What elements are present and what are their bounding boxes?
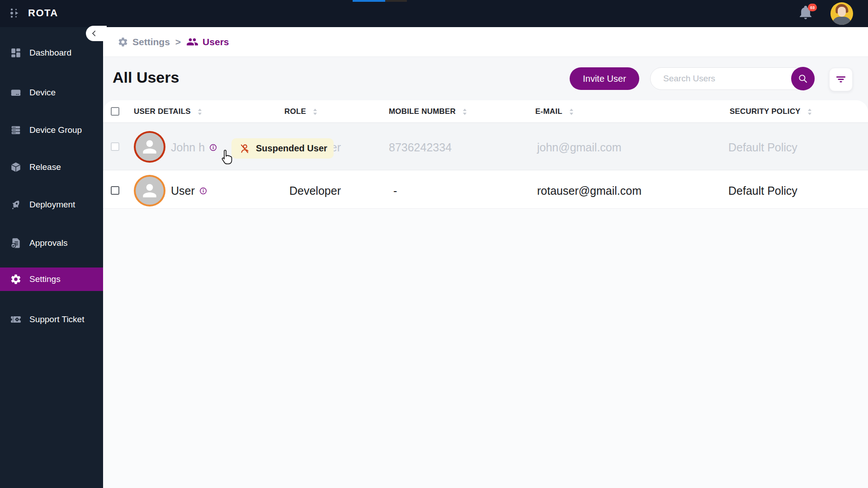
row-checkbox[interactable] [111,186,119,195]
top-accent-bar-dark [385,0,407,2]
sidebar-item-settings[interactable]: Settings [0,267,103,291]
users-icon [186,36,198,48]
sidebar-item-label: Release [29,162,61,172]
user-avatar[interactable] [830,2,853,25]
row-avatar-suspended [136,133,164,161]
device-group-icon [10,124,22,136]
filter-button[interactable] [829,68,853,91]
sidebar-item-support-ticket[interactable]: Support Ticket [0,308,103,331]
user-mobile: - [393,184,397,197]
user-email: john@gmail.com [537,141,622,154]
info-icon[interactable] [209,144,217,151]
sort-icon [569,108,574,115]
users-table: USER DETAILS ROLE MOBILE NUMBER E-MAIL [103,100,868,488]
sort-icon [312,108,318,115]
sidebar-item-label: Approvals [29,238,68,248]
page-title: All Users [113,69,179,86]
sidebar-item-device-group[interactable]: Device Group [0,118,103,142]
row-checkbox[interactable] [111,142,119,151]
person-icon [140,137,160,157]
notification-badge: 03 [808,4,817,11]
chevron-left-icon [90,29,98,38]
sort-icon [807,108,812,115]
avatar-face [838,7,846,17]
rocket-icon [8,197,24,213]
select-all-checkbox[interactable] [111,107,119,116]
sidebar-item-label: Settings [29,274,61,284]
sort-email[interactable] [569,108,574,115]
col-header-mobile: MOBILE NUMBER [389,107,456,116]
user-name: John h [171,141,205,154]
breadcrumb: Settings > Users [103,27,868,57]
approvals-icon [10,237,22,249]
breadcrumb-users-link[interactable]: Users [186,36,229,48]
sidebar-item-label: Device [29,88,56,98]
info-icon [199,187,207,195]
rota-logo-icon [8,6,22,20]
breadcrumb-settings-label: Settings [132,37,170,47]
sidebar-item-label: Deployment [29,200,75,210]
search-users [650,67,815,90]
user-name: User [171,184,195,197]
sidebar-item-label: Dashboard [29,48,71,58]
notifications-button[interactable]: 03 [798,4,819,24]
sidebar-item-deployment[interactable]: Deployment [0,193,103,216]
user-slash-icon [239,143,250,155]
sidebar: Dashboard Device Device Group [0,27,103,488]
gear-icon [10,273,22,285]
table-row-active-user[interactable]: User Developer - rotauser@gmail.com [103,170,868,209]
sort-mobile[interactable] [462,108,467,115]
app-logo[interactable]: ROTA [8,6,58,20]
sort-icon [197,108,203,115]
suspended-user-tooltip-label: Suspended User [256,143,327,154]
person-icon [140,181,160,201]
sort-user-details[interactable] [197,108,203,115]
col-header-email: E-MAIL [535,107,562,116]
table-header-row: USER DETAILS ROLE MOBILE NUMBER E-MAIL [103,100,868,123]
dashboard-icon [10,47,22,59]
search-input[interactable] [650,67,815,90]
suspended-user-tooltip: Suspended User [231,138,334,159]
logo-text: ROTA [28,7,58,19]
sidebar-collapse-button[interactable] [86,26,107,41]
release-icon [10,161,22,173]
user-security-policy: Default Policy [728,141,797,154]
breadcrumb-settings-link[interactable]: Settings [118,37,170,47]
top-bar: ROTA 03 [0,0,868,27]
sidebar-item-approvals[interactable]: Approvals [0,231,103,255]
sidebar-item-label: Support Ticket [29,314,84,324]
sort-role[interactable] [312,108,318,115]
info-icon[interactable] [199,187,207,195]
top-accent-bar [353,0,385,2]
sidebar-item-device[interactable]: Device [0,81,103,104]
search-icon [797,73,809,84]
user-mobile: 8736242334 [389,141,452,154]
user-role: Developer [289,184,341,197]
table-row-suspended-user[interactable]: John h Developer 8736242334 john@gmail.c… [103,123,868,170]
search-button[interactable] [791,67,815,90]
device-icon [10,87,22,99]
row-avatar-active [136,177,164,205]
user-security-policy: Default Policy [728,184,797,197]
sort-icon [462,108,467,115]
breadcrumb-separator: > [175,37,181,47]
breadcrumb-users-label: Users [203,37,229,47]
ticket-icon [10,314,22,325]
info-icon [209,144,217,151]
col-header-user-details: USER DETAILS [134,107,191,116]
sidebar-item-label: Device Group [29,125,82,135]
sidebar-item-release[interactable]: Release [0,155,103,179]
sort-security-policy[interactable] [807,108,812,115]
invite-user-button[interactable]: Invite User [570,67,639,90]
filter-icon [835,74,847,85]
col-header-security-policy: SECURITY POLICY [730,107,801,116]
col-header-role: ROLE [284,107,306,116]
app-screen: ROTA 03 Dashboard [0,0,868,488]
user-email: rotauser@gmail.com [537,184,642,197]
sidebar-item-dashboard[interactable]: Dashboard [0,41,103,65]
gear-icon [118,37,128,47]
